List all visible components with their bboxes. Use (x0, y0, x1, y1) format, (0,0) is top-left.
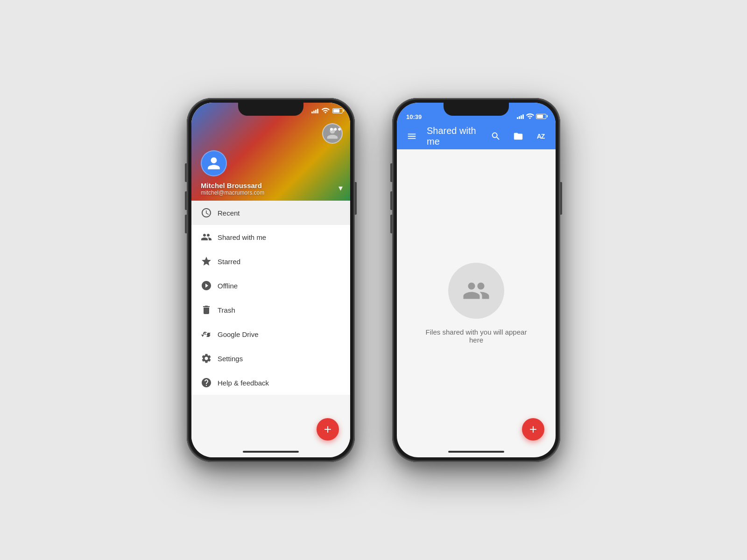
left-screen: ••• Mitchel Broussard mitchel@macrumors.… (191, 103, 350, 457)
offline-icon (201, 280, 218, 291)
star-icon (201, 256, 218, 267)
sort-icon[interactable]: AZ (533, 129, 548, 144)
user-email: mitchel@macrumors.com (201, 189, 264, 196)
header-banner: ••• Mitchel Broussard mitchel@macrumors.… (191, 103, 350, 201)
menu-label-shared: Shared with me (218, 233, 266, 241)
menu-item-drive[interactable]: Google Drive (191, 322, 350, 346)
battery-icon (332, 108, 343, 113)
clock-icon (201, 207, 218, 218)
signal-icon (311, 108, 318, 113)
menu-label-trash: Trash (218, 306, 235, 314)
status-time: 10:39 (406, 113, 422, 120)
notch-right (444, 103, 509, 116)
dropdown-arrow-icon[interactable]: ▾ (338, 183, 343, 193)
help-icon (201, 377, 218, 388)
menu-label-help: Help & feedback (218, 379, 269, 387)
left-phone: ••• Mitchel Broussard mitchel@macrumors.… (187, 98, 355, 462)
app-header: Shared with me AZ (397, 123, 556, 149)
hamburger-icon[interactable] (404, 129, 419, 144)
home-indicator-right (448, 451, 504, 453)
menu-list: Recent Shared with me Starred (191, 201, 350, 395)
folder-icon[interactable] (511, 129, 526, 144)
wifi-icon (321, 106, 330, 115)
overflow-menu-icon[interactable]: ••• (330, 123, 342, 135)
right-phone: 10:39 Shared with me (392, 98, 560, 462)
fab-button[interactable]: + (317, 418, 339, 441)
search-icon[interactable] (488, 129, 503, 144)
menu-item-trash[interactable]: Trash (191, 298, 350, 322)
menu-label-drive: Google Drive (218, 330, 259, 338)
menu-label-recent: Recent (218, 209, 240, 217)
shared-icon (201, 231, 218, 243)
signal-bars-icon (517, 113, 524, 119)
avatar (201, 150, 227, 176)
menu-item-help[interactable]: Help & feedback (191, 371, 350, 395)
content-area: Files shared with you will appear here (397, 149, 556, 457)
user-name: Mitchel Broussard (201, 182, 264, 189)
empty-state-icon (448, 263, 504, 319)
wifi-icon-right (526, 112, 534, 120)
empty-message: Files shared with you will appear here (420, 328, 532, 344)
menu-label-starred: Starred (218, 258, 240, 266)
menu-item-settings[interactable]: Settings (191, 346, 350, 371)
menu-label-settings: Settings (218, 355, 243, 363)
menu-item-offline[interactable]: Offline (191, 273, 350, 298)
user-info: Mitchel Broussard mitchel@macrumors.com (201, 182, 322, 196)
status-icons (517, 112, 546, 120)
trash-icon (201, 304, 218, 315)
menu-item-recent[interactable]: Recent (191, 201, 350, 225)
home-indicator (243, 451, 299, 453)
fab-button-right[interactable]: + (522, 418, 544, 441)
menu-label-offline: Offline (218, 282, 238, 290)
notch (238, 103, 303, 116)
menu-item-starred[interactable]: Starred (191, 249, 350, 273)
settings-icon (201, 353, 218, 364)
drive-icon (201, 329, 218, 340)
menu-item-shared[interactable]: Shared with me (191, 225, 350, 249)
battery-icon-right (536, 114, 546, 119)
header-title: Shared with me (427, 126, 481, 147)
right-screen: 10:39 Shared with me (397, 103, 556, 457)
